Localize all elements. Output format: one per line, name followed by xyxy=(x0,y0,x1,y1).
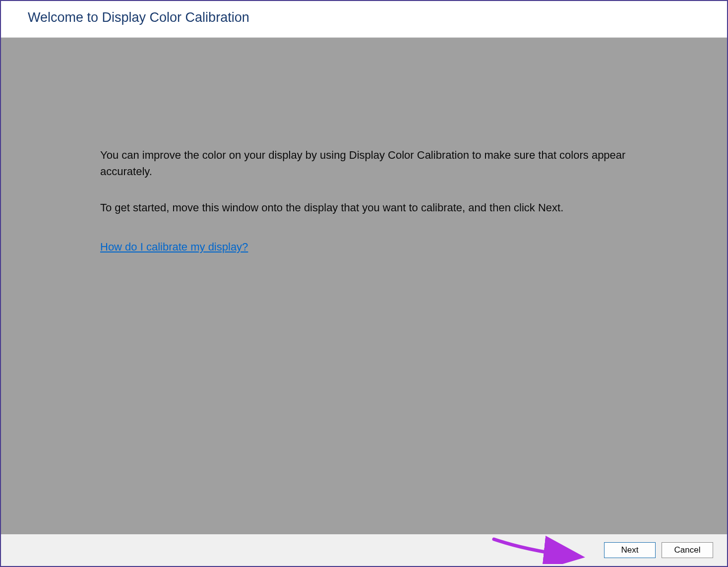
intro-paragraph: You can improve the color on your displa… xyxy=(100,147,628,180)
calibration-wizard-window: Welcome to Display Color Calibration You… xyxy=(0,0,728,567)
button-bar: Next Cancel xyxy=(1,534,727,566)
page-title: Welcome to Display Color Calibration xyxy=(28,10,727,25)
next-button[interactable]: Next xyxy=(604,542,656,558)
cancel-button[interactable]: Cancel xyxy=(662,542,713,558)
content-area: You can improve the color on your displa… xyxy=(1,38,727,534)
help-link[interactable]: How do I calibrate my display? xyxy=(100,241,248,253)
window-header: Welcome to Display Color Calibration xyxy=(1,1,727,38)
instruction-paragraph: To get started, move this window onto th… xyxy=(100,199,628,216)
